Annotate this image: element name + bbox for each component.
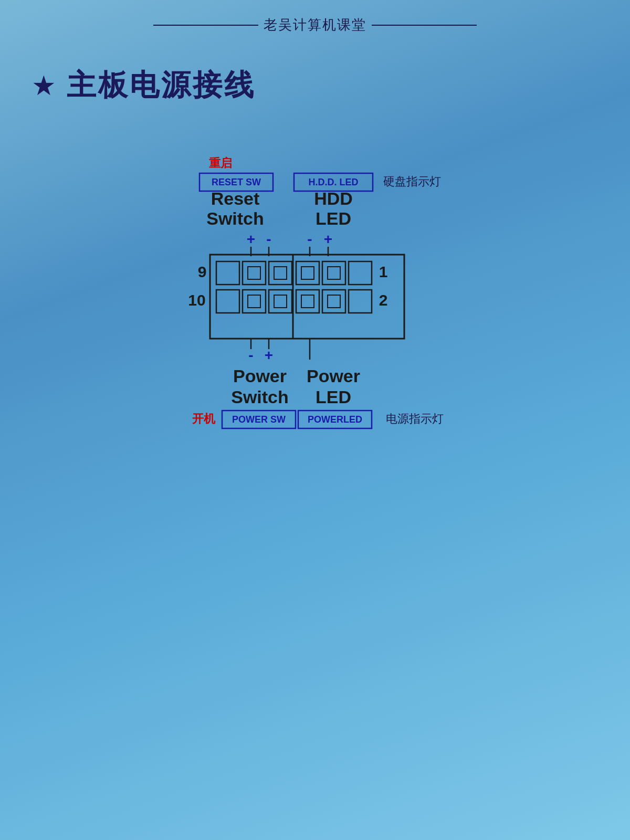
- svg-rect-26: [349, 261, 372, 285]
- svg-rect-22: [322, 261, 345, 285]
- reset-name-line2: Switch: [206, 208, 264, 228]
- power-led-name2: LED: [316, 387, 351, 407]
- svg-rect-20: [296, 290, 319, 313]
- power-on-cn-label: 开机: [192, 412, 216, 425]
- power-led-name1: Power: [307, 366, 360, 386]
- hdd-name-line2: LED: [316, 208, 351, 228]
- pin-9: 9: [198, 263, 207, 280]
- header-line-left: [153, 25, 258, 26]
- star-icon: ★: [32, 70, 56, 101]
- power-led-label: POWERLED: [308, 414, 362, 425]
- svg-rect-18: [296, 261, 319, 285]
- page-header: 老吴计算机课堂: [0, 0, 630, 34]
- svg-rect-27: [349, 290, 372, 313]
- header-title: 老吴计算机课堂: [264, 16, 366, 34]
- reset-sw-label: RESET SW: [212, 177, 261, 187]
- pin-1: 1: [379, 263, 388, 280]
- power-minus-bottom: -: [248, 347, 253, 363]
- svg-rect-19: [301, 267, 314, 279]
- power-led-cn-label: 电源指示灯: [386, 412, 444, 425]
- svg-rect-10: [248, 267, 260, 279]
- diagram-container: RESET SW 重启 H.D.D. LED 硬盘指示灯 Reset Switc…: [168, 142, 462, 469]
- svg-rect-15: [269, 290, 292, 313]
- page-title-section: ★ 主板电源接线: [32, 66, 630, 106]
- hdd-name-line1: HDD: [314, 188, 353, 208]
- svg-rect-16: [274, 295, 287, 308]
- svg-rect-24: [322, 290, 345, 313]
- page-title: 主板电源接线: [67, 66, 256, 106]
- hdd-cn-label: 硬盘指示灯: [383, 175, 441, 188]
- svg-rect-25: [328, 295, 340, 308]
- reset-minus-top: -: [266, 231, 271, 247]
- reset-plus-top: +: [247, 231, 255, 247]
- svg-rect-7: [216, 261, 239, 285]
- svg-rect-9: [243, 261, 266, 285]
- hdd-led-label: H.D.D. LED: [308, 177, 358, 187]
- power-sw-label: POWER SW: [232, 414, 286, 425]
- svg-rect-21: [301, 295, 314, 308]
- power-switch-name1: Power: [233, 366, 287, 386]
- svg-rect-23: [328, 267, 340, 279]
- pin-2: 2: [379, 291, 388, 309]
- header-line-right: [372, 25, 477, 26]
- svg-rect-8: [216, 290, 239, 313]
- reset-name-line1: Reset: [211, 188, 260, 208]
- reset-cn-label: 重启: [209, 156, 232, 170]
- pin-10: 10: [188, 291, 205, 309]
- svg-rect-12: [248, 295, 260, 308]
- svg-rect-13: [269, 261, 292, 285]
- power-switch-name2: Switch: [231, 387, 289, 407]
- svg-rect-11: [243, 290, 266, 313]
- hdd-plus-top: +: [324, 231, 332, 247]
- svg-rect-14: [274, 267, 287, 279]
- hdd-minus-top: -: [307, 231, 312, 247]
- power-plus-bottom: +: [265, 347, 273, 363]
- connector-diagram-svg: RESET SW 重启 H.D.D. LED 硬盘指示灯 Reset Switc…: [168, 142, 462, 467]
